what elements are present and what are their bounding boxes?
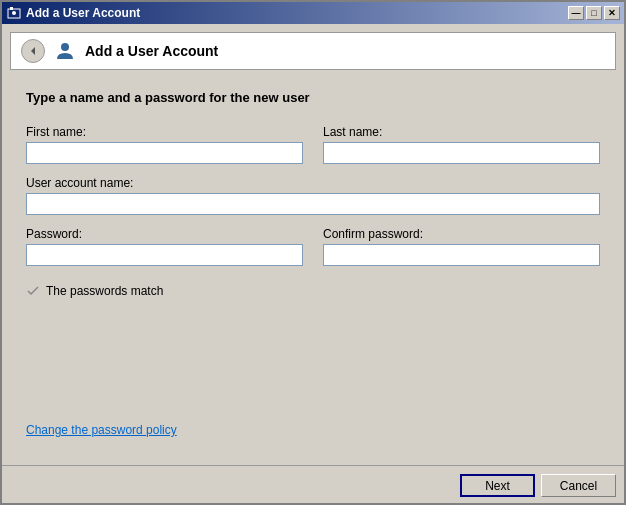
change-password-policy-link[interactable]: Change the password policy — [26, 423, 177, 437]
title-bar: Add a User Account — □ ✕ — [2, 2, 624, 24]
spacer — [26, 298, 600, 422]
back-button[interactable] — [21, 39, 45, 63]
window: Add a User Account — □ ✕ Add a User Acco… — [0, 0, 626, 505]
user-icon — [53, 39, 77, 63]
header-title: Add a User Account — [85, 43, 218, 59]
user-account-group: User account name: — [26, 176, 600, 215]
check-icon — [26, 284, 40, 298]
cancel-button[interactable]: Cancel — [541, 474, 616, 497]
password-row: Password: Confirm password: — [26, 227, 600, 266]
user-account-input[interactable] — [26, 193, 600, 215]
last-name-input[interactable] — [323, 142, 600, 164]
password-match-row: The passwords match — [26, 284, 600, 298]
confirm-password-group: Confirm password: — [323, 227, 600, 266]
confirm-password-input[interactable] — [323, 244, 600, 266]
svg-rect-1 — [10, 7, 13, 10]
first-name-label: First name: — [26, 125, 303, 139]
window-title: Add a User Account — [26, 6, 140, 20]
close-button[interactable]: ✕ — [604, 6, 620, 20]
svg-point-2 — [12, 11, 16, 15]
password-label: Password: — [26, 227, 303, 241]
name-row: First name: Last name: — [26, 125, 600, 164]
first-name-group: First name: — [26, 125, 303, 164]
user-account-label: User account name: — [26, 176, 600, 190]
minimize-button[interactable]: — — [568, 6, 584, 20]
user-account-row: User account name: — [26, 176, 600, 215]
svg-point-4 — [61, 43, 69, 51]
header-bar: Add a User Account — [10, 32, 616, 70]
main-panel: Type a name and a password for the new u… — [10, 78, 616, 457]
section-title: Type a name and a password for the new u… — [26, 90, 600, 105]
footer: Next Cancel — [2, 465, 624, 503]
window-icon — [6, 5, 22, 21]
password-group: Password: — [26, 227, 303, 266]
first-name-input[interactable] — [26, 142, 303, 164]
title-bar-buttons: — □ ✕ — [568, 6, 620, 20]
next-button[interactable]: Next — [460, 474, 535, 497]
last-name-group: Last name: — [323, 125, 600, 164]
password-input[interactable] — [26, 244, 303, 266]
svg-marker-3 — [31, 47, 35, 55]
link-area: Change the password policy — [26, 422, 600, 437]
content-area: Add a User Account Type a name and a pas… — [2, 24, 624, 465]
password-match-text: The passwords match — [46, 284, 163, 298]
last-name-label: Last name: — [323, 125, 600, 139]
title-bar-left: Add a User Account — [6, 5, 140, 21]
confirm-password-label: Confirm password: — [323, 227, 600, 241]
maximize-button[interactable]: □ — [586, 6, 602, 20]
